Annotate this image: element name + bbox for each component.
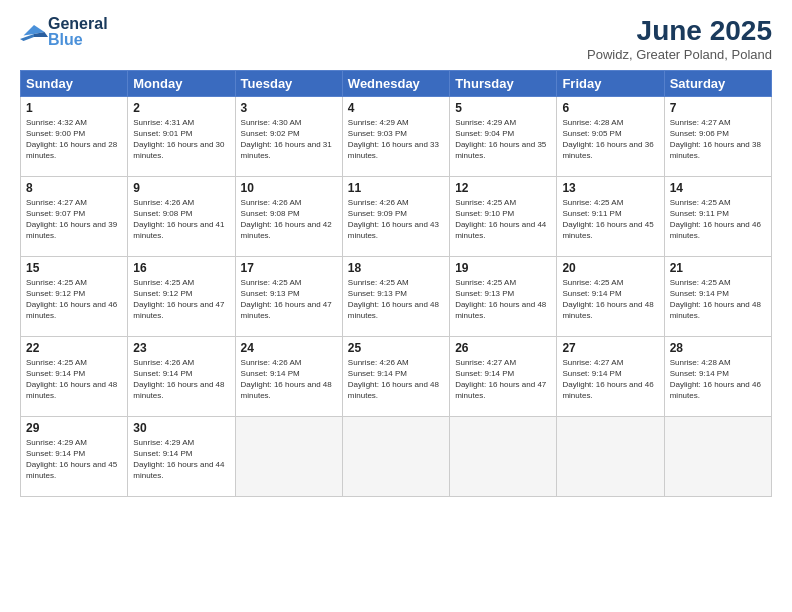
header: General Blue June 2025 Powidz, Greater P… [20,16,772,62]
table-row: 26 Sunrise: 4:27 AMSunset: 9:14 PMDaylig… [450,336,557,416]
day-info: Sunrise: 4:29 AMSunset: 9:14 PMDaylight:… [26,438,117,481]
table-row: 29 Sunrise: 4:29 AMSunset: 9:14 PMDaylig… [21,416,128,496]
col-saturday: Saturday [664,70,771,96]
day-info: Sunrise: 4:27 AMSunset: 9:06 PMDaylight:… [670,118,761,161]
day-info: Sunrise: 4:32 AMSunset: 9:00 PMDaylight:… [26,118,117,161]
day-number: 29 [26,421,122,435]
table-row: 1 Sunrise: 4:32 AMSunset: 9:00 PMDayligh… [21,96,128,176]
day-number: 20 [562,261,658,275]
day-number: 12 [455,181,551,195]
table-row: 24 Sunrise: 4:26 AMSunset: 9:14 PMDaylig… [235,336,342,416]
svg-marker-2 [20,34,34,41]
day-info: Sunrise: 4:26 AMSunset: 9:08 PMDaylight:… [133,198,224,241]
calendar-week-1: 1 Sunrise: 4:32 AMSunset: 9:00 PMDayligh… [21,96,772,176]
table-row: 27 Sunrise: 4:27 AMSunset: 9:14 PMDaylig… [557,336,664,416]
day-info: Sunrise: 4:25 AMSunset: 9:14 PMDaylight:… [670,278,761,321]
day-number: 24 [241,341,337,355]
day-info: Sunrise: 4:25 AMSunset: 9:11 PMDaylight:… [670,198,761,241]
day-number: 6 [562,101,658,115]
day-info: Sunrise: 4:25 AMSunset: 9:13 PMDaylight:… [455,278,546,321]
day-info: Sunrise: 4:27 AMSunset: 9:14 PMDaylight:… [562,358,653,401]
table-row [664,416,771,496]
day-info: Sunrise: 4:28 AMSunset: 9:14 PMDaylight:… [670,358,761,401]
calendar-header: Sunday Monday Tuesday Wednesday Thursday… [21,70,772,96]
table-row: 16 Sunrise: 4:25 AMSunset: 9:12 PMDaylig… [128,256,235,336]
table-row: 19 Sunrise: 4:25 AMSunset: 9:13 PMDaylig… [450,256,557,336]
table-row: 9 Sunrise: 4:26 AMSunset: 9:08 PMDayligh… [128,176,235,256]
day-number: 8 [26,181,122,195]
day-info: Sunrise: 4:26 AMSunset: 9:14 PMDaylight:… [133,358,224,401]
table-row: 17 Sunrise: 4:25 AMSunset: 9:13 PMDaylig… [235,256,342,336]
col-friday: Friday [557,70,664,96]
day-number: 10 [241,181,337,195]
table-row: 7 Sunrise: 4:27 AMSunset: 9:06 PMDayligh… [664,96,771,176]
logo: General Blue [20,16,108,48]
page: General Blue June 2025 Powidz, Greater P… [0,0,792,612]
logo-name: General Blue [48,16,108,48]
table-row [557,416,664,496]
header-row: Sunday Monday Tuesday Wednesday Thursday… [21,70,772,96]
title-section: June 2025 Powidz, Greater Poland, Poland [587,16,772,62]
table-row [235,416,342,496]
day-info: Sunrise: 4:25 AMSunset: 9:13 PMDaylight:… [348,278,439,321]
day-info: Sunrise: 4:29 AMSunset: 9:03 PMDaylight:… [348,118,439,161]
day-number: 26 [455,341,551,355]
day-number: 14 [670,181,766,195]
day-number: 18 [348,261,444,275]
day-number: 23 [133,341,229,355]
table-row: 4 Sunrise: 4:29 AMSunset: 9:03 PMDayligh… [342,96,449,176]
day-number: 4 [348,101,444,115]
day-info: Sunrise: 4:26 AMSunset: 9:08 PMDaylight:… [241,198,332,241]
day-number: 19 [455,261,551,275]
day-number: 25 [348,341,444,355]
col-thursday: Thursday [450,70,557,96]
col-monday: Monday [128,70,235,96]
day-number: 15 [26,261,122,275]
day-number: 9 [133,181,229,195]
table-row: 6 Sunrise: 4:28 AMSunset: 9:05 PMDayligh… [557,96,664,176]
day-info: Sunrise: 4:30 AMSunset: 9:02 PMDaylight:… [241,118,332,161]
table-row: 13 Sunrise: 4:25 AMSunset: 9:11 PMDaylig… [557,176,664,256]
day-number: 28 [670,341,766,355]
calendar-week-3: 15 Sunrise: 4:25 AMSunset: 9:12 PMDaylig… [21,256,772,336]
day-number: 27 [562,341,658,355]
table-row: 21 Sunrise: 4:25 AMSunset: 9:14 PMDaylig… [664,256,771,336]
subtitle: Powidz, Greater Poland, Poland [587,47,772,62]
table-row: 11 Sunrise: 4:26 AMSunset: 9:09 PMDaylig… [342,176,449,256]
day-info: Sunrise: 4:26 AMSunset: 9:14 PMDaylight:… [241,358,332,401]
day-number: 22 [26,341,122,355]
table-row [450,416,557,496]
day-info: Sunrise: 4:27 AMSunset: 9:07 PMDaylight:… [26,198,117,241]
day-info: Sunrise: 4:26 AMSunset: 9:14 PMDaylight:… [348,358,439,401]
day-number: 5 [455,101,551,115]
calendar-week-4: 22 Sunrise: 4:25 AMSunset: 9:14 PMDaylig… [21,336,772,416]
day-info: Sunrise: 4:29 AMSunset: 9:04 PMDaylight:… [455,118,546,161]
logo-blue-text: Blue [48,32,108,48]
day-info: Sunrise: 4:26 AMSunset: 9:09 PMDaylight:… [348,198,439,241]
calendar-table: Sunday Monday Tuesday Wednesday Thursday… [20,70,772,497]
day-info: Sunrise: 4:25 AMSunset: 9:10 PMDaylight:… [455,198,546,241]
calendar-week-5: 29 Sunrise: 4:29 AMSunset: 9:14 PMDaylig… [21,416,772,496]
day-number: 16 [133,261,229,275]
table-row: 25 Sunrise: 4:26 AMSunset: 9:14 PMDaylig… [342,336,449,416]
table-row: 20 Sunrise: 4:25 AMSunset: 9:14 PMDaylig… [557,256,664,336]
col-tuesday: Tuesday [235,70,342,96]
logo-icon [20,21,48,43]
col-wednesday: Wednesday [342,70,449,96]
day-info: Sunrise: 4:25 AMSunset: 9:13 PMDaylight:… [241,278,332,321]
table-row: 18 Sunrise: 4:25 AMSunset: 9:13 PMDaylig… [342,256,449,336]
calendar-week-2: 8 Sunrise: 4:27 AMSunset: 9:07 PMDayligh… [21,176,772,256]
table-row: 15 Sunrise: 4:25 AMSunset: 9:12 PMDaylig… [21,256,128,336]
table-row: 28 Sunrise: 4:28 AMSunset: 9:14 PMDaylig… [664,336,771,416]
day-number: 30 [133,421,229,435]
day-number: 13 [562,181,658,195]
table-row: 10 Sunrise: 4:26 AMSunset: 9:08 PMDaylig… [235,176,342,256]
day-info: Sunrise: 4:25 AMSunset: 9:14 PMDaylight:… [562,278,653,321]
table-row: 3 Sunrise: 4:30 AMSunset: 9:02 PMDayligh… [235,96,342,176]
table-row: 14 Sunrise: 4:25 AMSunset: 9:11 PMDaylig… [664,176,771,256]
day-info: Sunrise: 4:29 AMSunset: 9:14 PMDaylight:… [133,438,224,481]
day-number: 2 [133,101,229,115]
table-row: 8 Sunrise: 4:27 AMSunset: 9:07 PMDayligh… [21,176,128,256]
table-row [342,416,449,496]
day-number: 7 [670,101,766,115]
